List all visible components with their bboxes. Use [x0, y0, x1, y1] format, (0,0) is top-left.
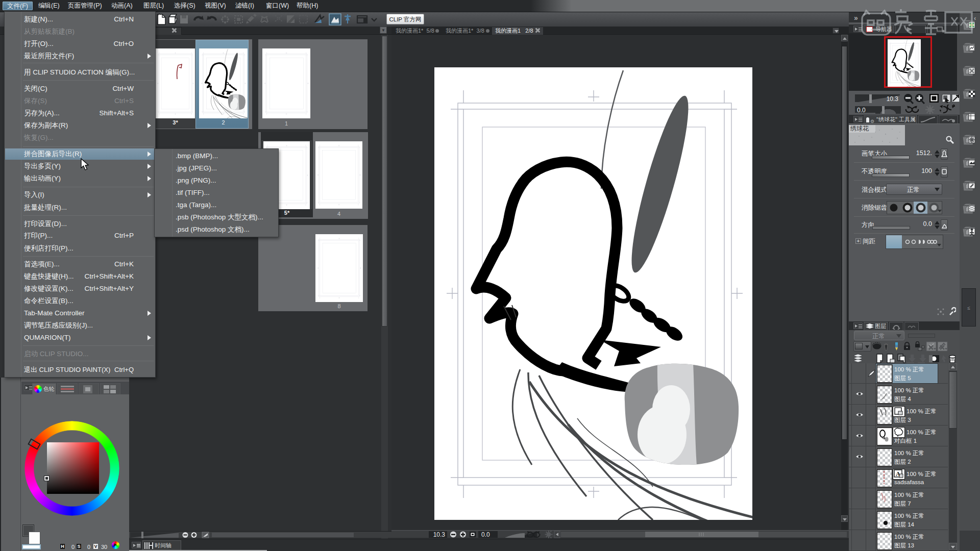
svg-text:10.3: 10.3 [433, 531, 446, 538]
svg-text:0.0: 0.0 [481, 531, 490, 538]
